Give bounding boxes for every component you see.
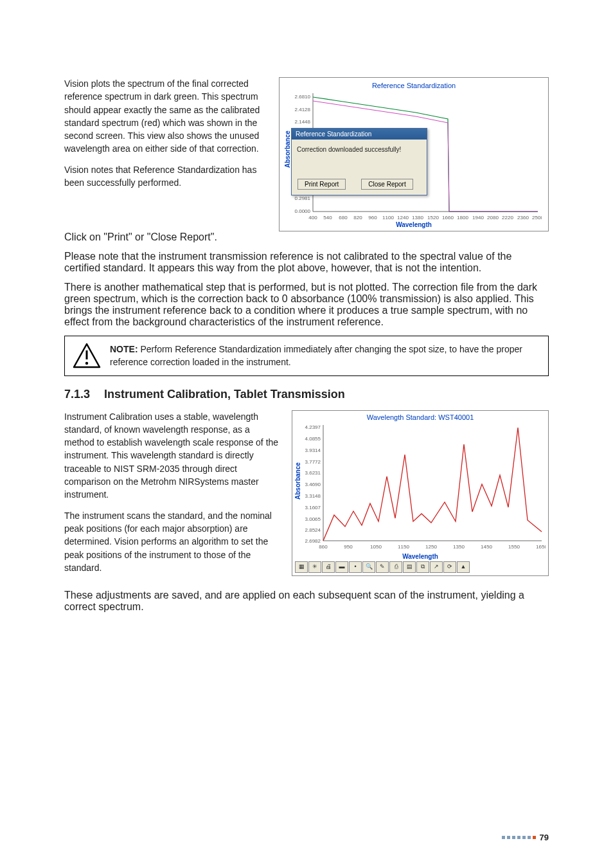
svg-text:1240: 1240	[397, 215, 409, 221]
toolbar-button[interactable]: 🖨	[322, 561, 335, 573]
note-body: Perform Reference Standardization immedi…	[110, 344, 522, 367]
chart-title: Reference Standardization	[285, 82, 543, 89]
svg-text:2220: 2220	[502, 215, 513, 221]
section-number: 7.1.3	[64, 388, 90, 401]
toolbar-button[interactable]: 🔍	[362, 561, 375, 573]
paragraph: Instrument Calibration uses a stable, wa…	[64, 410, 279, 502]
toolbar-button[interactable]: •	[349, 561, 362, 573]
toolbar-button[interactable]: ▬	[335, 561, 348, 573]
note-label: NOTE:	[110, 344, 138, 354]
page-number: 79	[502, 833, 549, 842]
warning-icon	[73, 343, 101, 368]
page-number-value: 79	[540, 833, 549, 842]
svg-text:960: 960	[368, 215, 377, 221]
toolbar-button[interactable]: ↗	[430, 561, 443, 573]
x-axis-label: Wavelength	[285, 221, 543, 228]
section-heading: 7.1.3 Instrument Calibration, Tablet Tra…	[64, 388, 549, 401]
modal-titlebar: Reference Standardization	[292, 129, 427, 140]
section-title: Instrument Calibration, Tablet Transmiss…	[104, 388, 345, 401]
svg-text:0.2981: 0.2981	[295, 195, 311, 201]
modal-message: Correction downloaded successfully!	[292, 140, 427, 158]
paragraph: The instrument scans the standard, and t…	[64, 509, 279, 574]
svg-text:3.1607: 3.1607	[305, 505, 321, 511]
note-callout: NOTE: Perform Reference Standardization …	[64, 336, 549, 376]
paragraph: Click on "Print" or "Close Report".	[64, 231, 549, 243]
note-text: NOTE: Perform Reference Standardization …	[110, 343, 540, 369]
svg-text:2080: 2080	[487, 215, 499, 221]
svg-text:1150: 1150	[398, 544, 409, 550]
paragraph: There is another mathematical step that …	[64, 282, 549, 328]
svg-text:950: 950	[344, 544, 353, 550]
svg-text:3.6231: 3.6231	[305, 470, 321, 476]
svg-text:3.7772: 3.7772	[305, 459, 321, 465]
chart-toolbar: ▦ ✳ 🖨 ▬ • 🔍 ✎ ⎙ ▤ ⧉ ↗ ⟳ ▲	[295, 561, 546, 573]
svg-text:1050: 1050	[370, 544, 382, 550]
paragraph: Please note that the instrument transmis…	[64, 251, 549, 274]
toolbar-button[interactable]: ⎙	[389, 561, 402, 573]
svg-text:1520: 1520	[427, 215, 439, 221]
svg-text:3.3148: 3.3148	[305, 493, 321, 499]
svg-text:2.1448: 2.1448	[295, 119, 311, 125]
svg-text:860: 860	[319, 544, 328, 550]
paragraph: These adjustments are saved, and are app…	[64, 590, 549, 613]
svg-text:3.9314: 3.9314	[305, 448, 321, 453]
svg-text:2500: 2500	[532, 215, 542, 221]
svg-text:1250: 1250	[425, 544, 437, 550]
chart-svg: Absorbance 4.2397 4.0855 3.9314 3.7772 3…	[295, 422, 546, 554]
page-ornament	[502, 836, 536, 839]
toolbar-button[interactable]: ⧉	[416, 561, 429, 573]
y-axis-label: Absorbance	[285, 131, 291, 168]
svg-text:1350: 1350	[453, 544, 465, 550]
svg-text:1940: 1940	[472, 215, 484, 221]
svg-point-24	[85, 362, 88, 365]
y-axis-label: Absorbance	[295, 462, 301, 499]
svg-text:3.0065: 3.0065	[305, 516, 321, 522]
print-report-button[interactable]: Print Report	[298, 179, 346, 190]
close-report-button[interactable]: Close Report	[361, 179, 413, 190]
toolbar-button[interactable]: ✳	[308, 561, 321, 573]
x-axis-label: Wavelength	[295, 553, 546, 560]
toolbar-button[interactable]: ⟳	[443, 561, 456, 573]
svg-text:2.4128: 2.4128	[295, 107, 311, 113]
svg-text:1450: 1450	[481, 544, 492, 550]
svg-text:1650: 1650	[536, 544, 546, 550]
toolbar-button[interactable]: ▤	[403, 561, 416, 573]
svg-text:1800: 1800	[457, 215, 468, 221]
paragraph: Vision notes that Reference Standardizat…	[64, 163, 266, 190]
svg-text:820: 820	[353, 215, 362, 221]
chart-reference-standardization: Reference Standardization Absorbance 2.6…	[279, 77, 549, 231]
svg-text:0.0000: 0.0000	[295, 208, 311, 214]
svg-text:3.4690: 3.4690	[305, 482, 321, 487]
svg-text:2.6810: 2.6810	[295, 94, 311, 100]
chart-wavelength-standard: Wavelength Standard: WST40001 Absorbance…	[292, 410, 549, 576]
modal-reference-standardization: Reference Standardization Correction dow…	[291, 128, 427, 195]
svg-text:1100: 1100	[382, 215, 394, 221]
svg-text:4.0855: 4.0855	[305, 436, 321, 442]
toolbar-button[interactable]: ▲	[457, 561, 470, 573]
svg-text:400: 400	[308, 215, 317, 221]
svg-text:2360: 2360	[517, 215, 529, 221]
svg-text:1550: 1550	[508, 544, 520, 550]
svg-text:1380: 1380	[412, 215, 423, 221]
svg-text:540: 540	[323, 215, 332, 221]
toolbar-button[interactable]: ▦	[295, 561, 308, 573]
paragraph: Vision plots the spectrum of the final c…	[64, 77, 266, 156]
svg-text:2.6982: 2.6982	[305, 538, 321, 544]
svg-text:2.8524: 2.8524	[305, 527, 321, 533]
toolbar-button[interactable]: ✎	[376, 561, 389, 573]
svg-text:1660: 1660	[442, 215, 454, 221]
svg-text:680: 680	[339, 215, 348, 221]
svg-text:4.2397: 4.2397	[305, 424, 321, 430]
chart-title: Wavelength Standard: WST40001	[295, 413, 546, 421]
